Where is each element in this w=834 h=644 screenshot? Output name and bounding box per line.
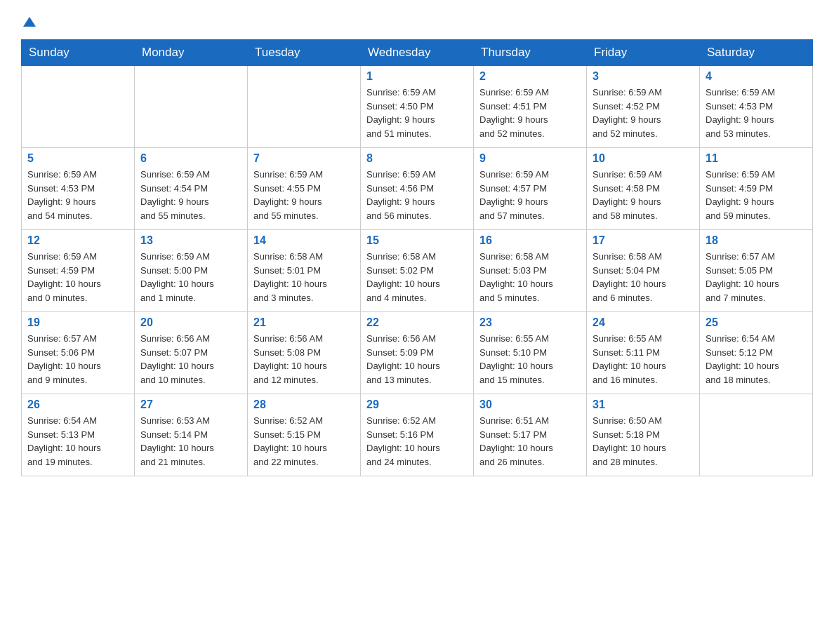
calendar-cell: 13Sunrise: 6:59 AM Sunset: 5:00 PM Dayli… — [135, 230, 248, 312]
day-info: Sunrise: 6:54 AM Sunset: 5:12 PM Dayligh… — [706, 332, 807, 387]
weekday-header-sunday: Sunday — [22, 40, 135, 66]
day-number: 27 — [140, 398, 241, 411]
calendar-cell — [22, 66, 135, 148]
calendar-cell: 7Sunrise: 6:59 AM Sunset: 4:55 PM Daylig… — [248, 148, 361, 230]
calendar-cell — [135, 66, 248, 148]
day-number: 3 — [593, 70, 694, 83]
day-number: 6 — [140, 152, 241, 165]
day-number: 10 — [593, 152, 694, 165]
calendar-cell: 3Sunrise: 6:59 AM Sunset: 4:52 PM Daylig… — [587, 66, 700, 148]
day-number: 30 — [479, 398, 581, 411]
day-number: 19 — [27, 316, 128, 329]
calendar-cell: 15Sunrise: 6:58 AM Sunset: 5:02 PM Dayli… — [361, 230, 474, 312]
day-number: 11 — [706, 152, 807, 165]
calendar-cell: 2Sunrise: 6:59 AM Sunset: 4:51 PM Daylig… — [474, 66, 587, 148]
calendar-week-row: 19Sunrise: 6:57 AM Sunset: 5:06 PM Dayli… — [22, 312, 813, 394]
day-number: 18 — [706, 234, 807, 247]
day-number: 12 — [27, 234, 128, 247]
calendar-cell: 28Sunrise: 6:52 AM Sunset: 5:15 PM Dayli… — [248, 394, 361, 476]
day-info: Sunrise: 6:58 AM Sunset: 5:02 PM Dayligh… — [366, 250, 468, 304]
day-info: Sunrise: 6:56 AM Sunset: 5:09 PM Dayligh… — [366, 332, 468, 387]
day-number: 4 — [706, 70, 807, 83]
weekday-header-tuesday: Tuesday — [248, 40, 361, 66]
day-info: Sunrise: 6:55 AM Sunset: 5:11 PM Dayligh… — [593, 332, 694, 387]
calendar-table: SundayMondayTuesdayWednesdayThursdayFrid… — [21, 39, 813, 476]
calendar-cell: 11Sunrise: 6:59 AM Sunset: 4:59 PM Dayli… — [700, 148, 813, 230]
calendar-cell: 23Sunrise: 6:55 AM Sunset: 5:10 PM Dayli… — [474, 312, 587, 394]
day-number: 2 — [479, 70, 581, 83]
day-info: Sunrise: 6:59 AM Sunset: 4:55 PM Dayligh… — [253, 168, 355, 222]
weekday-header-saturday: Saturday — [700, 40, 813, 66]
day-number: 28 — [253, 398, 355, 411]
calendar-cell: 26Sunrise: 6:54 AM Sunset: 5:13 PM Dayli… — [22, 394, 135, 476]
day-info: Sunrise: 6:52 AM Sunset: 5:15 PM Dayligh… — [253, 414, 355, 469]
day-number: 16 — [479, 234, 581, 247]
calendar-cell: 1Sunrise: 6:59 AM Sunset: 4:50 PM Daylig… — [361, 66, 474, 148]
calendar-cell: 29Sunrise: 6:52 AM Sunset: 5:16 PM Dayli… — [361, 394, 474, 476]
weekday-header-friday: Friday — [587, 40, 700, 66]
day-number: 14 — [253, 234, 355, 247]
logo-triangle-icon — [22, 14, 37, 29]
day-info: Sunrise: 6:59 AM Sunset: 4:57 PM Dayligh… — [479, 168, 581, 222]
day-info: Sunrise: 6:54 AM Sunset: 5:13 PM Dayligh… — [27, 414, 128, 469]
calendar-cell: 25Sunrise: 6:54 AM Sunset: 5:12 PM Dayli… — [700, 312, 813, 394]
day-info: Sunrise: 6:53 AM Sunset: 5:14 PM Dayligh… — [140, 414, 241, 469]
calendar-week-row: 1Sunrise: 6:59 AM Sunset: 4:50 PM Daylig… — [22, 66, 813, 148]
day-info: Sunrise: 6:59 AM Sunset: 4:59 PM Dayligh… — [27, 250, 128, 304]
header — [21, 14, 813, 27]
day-info: Sunrise: 6:56 AM Sunset: 5:07 PM Dayligh… — [140, 332, 241, 387]
calendar-cell: 30Sunrise: 6:51 AM Sunset: 5:17 PM Dayli… — [474, 394, 587, 476]
day-info: Sunrise: 6:59 AM Sunset: 4:59 PM Dayligh… — [706, 168, 807, 222]
day-number: 13 — [140, 234, 241, 247]
calendar-cell: 20Sunrise: 6:56 AM Sunset: 5:07 PM Dayli… — [135, 312, 248, 394]
calendar-cell: 5Sunrise: 6:59 AM Sunset: 4:53 PM Daylig… — [22, 148, 135, 230]
day-number: 17 — [593, 234, 694, 247]
day-number: 8 — [366, 152, 468, 165]
day-info: Sunrise: 6:56 AM Sunset: 5:08 PM Dayligh… — [253, 332, 355, 387]
day-info: Sunrise: 6:57 AM Sunset: 5:06 PM Dayligh… — [27, 332, 128, 387]
calendar-body: 1Sunrise: 6:59 AM Sunset: 4:50 PM Daylig… — [22, 66, 813, 476]
day-number: 15 — [366, 234, 468, 247]
day-info: Sunrise: 6:58 AM Sunset: 5:04 PM Dayligh… — [593, 250, 694, 304]
day-number: 26 — [27, 398, 128, 411]
calendar-cell: 31Sunrise: 6:50 AM Sunset: 5:18 PM Dayli… — [587, 394, 700, 476]
calendar-header: SundayMondayTuesdayWednesdayThursdayFrid… — [22, 40, 813, 66]
calendar-cell: 8Sunrise: 6:59 AM Sunset: 4:56 PM Daylig… — [361, 148, 474, 230]
svg-marker-0 — [23, 17, 36, 27]
logo — [21, 14, 37, 27]
day-info: Sunrise: 6:59 AM Sunset: 4:54 PM Dayligh… — [140, 168, 241, 222]
calendar-cell — [700, 394, 813, 476]
day-info: Sunrise: 6:59 AM Sunset: 4:51 PM Dayligh… — [479, 86, 581, 140]
calendar-week-row: 12Sunrise: 6:59 AM Sunset: 4:59 PM Dayli… — [22, 230, 813, 312]
day-info: Sunrise: 6:59 AM Sunset: 4:58 PM Dayligh… — [593, 168, 694, 222]
day-info: Sunrise: 6:55 AM Sunset: 5:10 PM Dayligh… — [479, 332, 581, 387]
calendar-cell: 6Sunrise: 6:59 AM Sunset: 4:54 PM Daylig… — [135, 148, 248, 230]
day-info: Sunrise: 6:59 AM Sunset: 4:53 PM Dayligh… — [27, 168, 128, 222]
calendar-cell: 24Sunrise: 6:55 AM Sunset: 5:11 PM Dayli… — [587, 312, 700, 394]
calendar-cell: 18Sunrise: 6:57 AM Sunset: 5:05 PM Dayli… — [700, 230, 813, 312]
calendar-week-row: 26Sunrise: 6:54 AM Sunset: 5:13 PM Dayli… — [22, 394, 813, 476]
calendar-cell: 22Sunrise: 6:56 AM Sunset: 5:09 PM Dayli… — [361, 312, 474, 394]
weekday-header-row: SundayMondayTuesdayWednesdayThursdayFrid… — [22, 40, 813, 66]
weekday-header-thursday: Thursday — [474, 40, 587, 66]
day-info: Sunrise: 6:57 AM Sunset: 5:05 PM Dayligh… — [706, 250, 807, 304]
weekday-header-wednesday: Wednesday — [361, 40, 474, 66]
day-number: 31 — [593, 398, 694, 411]
calendar-cell: 4Sunrise: 6:59 AM Sunset: 4:53 PM Daylig… — [700, 66, 813, 148]
calendar-week-row: 5Sunrise: 6:59 AM Sunset: 4:53 PM Daylig… — [22, 148, 813, 230]
day-info: Sunrise: 6:59 AM Sunset: 4:50 PM Dayligh… — [366, 86, 468, 140]
day-info: Sunrise: 6:51 AM Sunset: 5:17 PM Dayligh… — [479, 414, 581, 469]
day-info: Sunrise: 6:59 AM Sunset: 4:53 PM Dayligh… — [706, 86, 807, 140]
day-info: Sunrise: 6:59 AM Sunset: 5:00 PM Dayligh… — [140, 250, 241, 304]
calendar-cell: 21Sunrise: 6:56 AM Sunset: 5:08 PM Dayli… — [248, 312, 361, 394]
calendar-cell: 16Sunrise: 6:58 AM Sunset: 5:03 PM Dayli… — [474, 230, 587, 312]
day-number: 24 — [593, 316, 694, 329]
day-number: 20 — [140, 316, 241, 329]
calendar-cell: 12Sunrise: 6:59 AM Sunset: 4:59 PM Dayli… — [22, 230, 135, 312]
calendar-cell: 14Sunrise: 6:58 AM Sunset: 5:01 PM Dayli… — [248, 230, 361, 312]
calendar-cell: 27Sunrise: 6:53 AM Sunset: 5:14 PM Dayli… — [135, 394, 248, 476]
weekday-header-monday: Monday — [135, 40, 248, 66]
day-number: 7 — [253, 152, 355, 165]
day-info: Sunrise: 6:58 AM Sunset: 5:01 PM Dayligh… — [253, 250, 355, 304]
day-info: Sunrise: 6:50 AM Sunset: 5:18 PM Dayligh… — [593, 414, 694, 469]
